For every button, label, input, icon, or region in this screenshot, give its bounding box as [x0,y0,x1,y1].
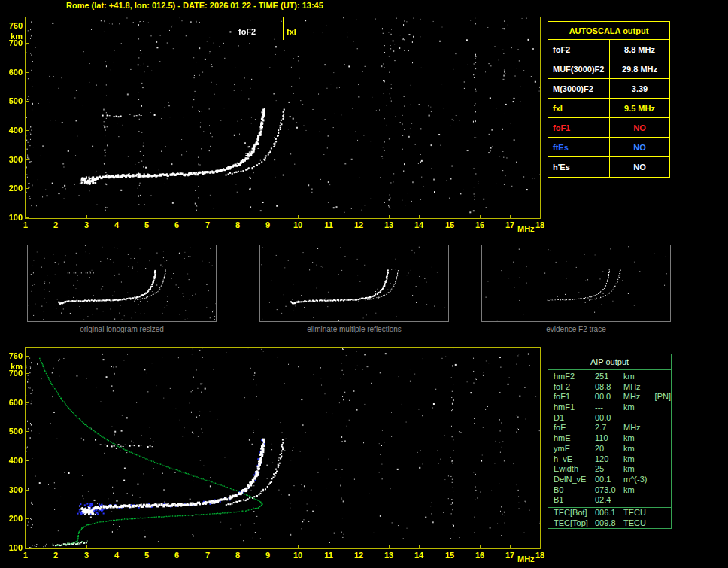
table-row: MUF(3000)F2 29.8 MHz [548,59,669,79]
fxI-marker-line [283,17,284,40]
x-tick-label: 10 [290,220,305,229]
x-tick-label: 2 [48,220,63,229]
thumbnail-no-multiples [259,245,449,322]
param-extra: [PN] [655,392,671,402]
y-tick-label: 200 [0,514,23,523]
table-row: ftEs NO [548,138,669,157]
x-tick-label: 13 [381,551,396,560]
param-label: M(3000)F2 [548,79,610,98]
param-value: 006.1 [595,508,623,518]
x-tick-label: 3 [79,551,94,560]
param-unit: km [623,454,655,465]
table-row: hmF1---km [548,402,671,413]
param-extra [655,464,671,475]
aip-table-title: AIP output [548,354,671,370]
param-value: 20 [595,444,623,454]
x-tick-label: 17 [502,220,517,229]
y-tick-label: 400 [0,456,23,465]
x-tick-label: 4 [109,551,124,560]
param-label: TEC[Top] [548,518,595,528]
param-value: 009.8 [595,518,623,528]
table-row: foF208.8MHz [548,382,671,393]
param-extra [655,475,671,485]
param-extra [655,485,671,496]
table-row: B0073.0km [548,485,671,496]
param-unit: TECU [623,508,655,518]
param-label: fxI [548,99,610,117]
param-label: foE [548,423,595,433]
thumbnail-original-canvas [28,245,216,321]
y-tick-label: 600 [0,68,23,77]
x-tick-label: 14 [411,551,426,560]
aip-rows: hmF2251km foF208.8MHz foF100.0MHz[PN] hm… [548,370,671,507]
x-tick-label: 16 [472,220,487,229]
x-axis-unit-label: MHz [517,554,535,563]
thumbnail-f2-trace [481,245,671,322]
aip-output-table: AIP output hmF2251km foF208.8MHz foF100.… [548,354,672,529]
param-unit: km [623,402,655,413]
param-label: h'Es [548,157,610,177]
x-tick-label: 15 [442,220,457,229]
param-value: 25 [595,464,623,475]
foF2-marker-label: foF2 [237,27,257,36]
param-extra [655,423,671,433]
param-unit: km [623,444,655,454]
param-label: ftEs [548,138,610,156]
param-value: 2.7 [595,423,623,433]
param-unit: MHz [623,392,655,402]
x-tick-label: 18 [532,220,548,229]
table-row: M(3000)F2 3.39 [548,79,669,99]
table-row: ymE20km [548,444,671,454]
autoscala-output-table: AUTOSCALA output foF2 8.8 MHz MUF(3000)F… [548,21,670,178]
x-tick-label: 5 [139,220,154,229]
param-label: Ewidth [548,464,595,475]
param-value: 08.8 [595,382,623,393]
thumbnail-no-multiples-canvas [260,245,448,321]
fxI-marker-label: fxI [285,27,298,36]
table-row: hmE110km [548,433,671,444]
param-value: 00.1 [595,475,623,485]
param-label: DelN_vE [548,475,595,485]
x-tick-label: 12 [351,551,366,560]
x-tick-label: 9 [260,220,275,229]
bottom-ionogram-canvas [26,348,540,548]
param-extra [655,402,671,413]
x-tick-label: 8 [230,551,245,560]
x-tick-label: 7 [200,220,215,229]
param-value: 120 [595,454,623,465]
thumbnail-original-ionogram [27,245,217,322]
x-tick-label: 15 [442,551,457,560]
x-tick-label: 16 [472,551,487,560]
thumbnail-f2-trace-canvas [482,245,670,321]
param-extra [655,454,671,465]
thumbnail-caption: evidence F2 trace [481,325,671,334]
param-value: NO [610,138,669,156]
y-tick-label: 400 [0,126,23,135]
param-label: foF1 [548,392,595,402]
param-extra [655,495,671,506]
param-unit: km [623,372,655,382]
x-tick-label: 1 [18,551,33,560]
table-row: fxI 9.5 MHz [548,99,669,118]
thumbnail-caption: original ionogram resized [27,325,217,334]
autoscala-table-title: AUTOSCALA output [548,22,669,40]
param-unit: m^(-3) [623,475,655,485]
param-value: NO [610,157,669,177]
table-row: foF100.0MHz[PN] [548,392,671,402]
y-tick-label: 200 [0,184,23,193]
param-value: 8.8 MHz [610,40,669,59]
param-value: 00.0 [595,413,623,424]
table-row: foF2 8.8 MHz [548,40,669,59]
table-row: h'Es NO [548,157,669,177]
param-label: D1 [548,413,595,424]
param-label: MUF(3000)F2 [548,59,610,78]
param-unit: km [623,485,655,496]
param-extra [655,413,671,424]
param-label: B1 [548,495,595,506]
y-tick-label: 500 [0,427,23,436]
param-value: 251 [595,372,623,382]
param-label: foF2 [548,382,595,393]
top-ionogram-plot [25,17,541,219]
x-tick-label: 1 [18,220,33,229]
param-label: foF2 [548,40,610,59]
